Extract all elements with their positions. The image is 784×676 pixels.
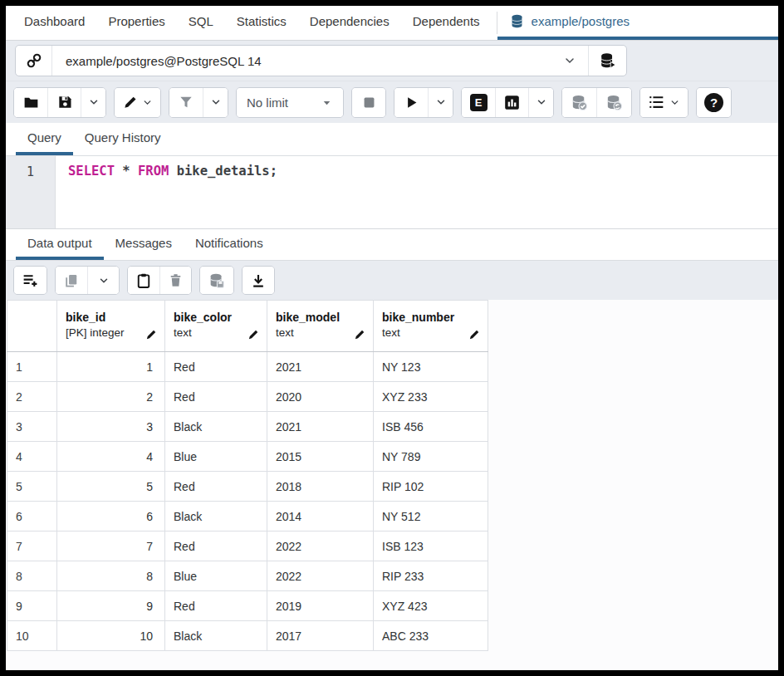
row-number-cell[interactable]: 1 xyxy=(7,352,57,382)
help-button[interactable]: ? xyxy=(697,88,731,117)
filter-options-button[interactable] xyxy=(203,88,228,117)
data-cell[interactable]: 2015 xyxy=(267,442,374,472)
data-cell[interactable]: Black xyxy=(165,621,267,651)
tab-dependencies[interactable]: Dependencies xyxy=(298,6,401,40)
tab-query-history[interactable]: Query History xyxy=(73,123,173,155)
open-file-button[interactable] xyxy=(14,88,47,117)
tab-data-output[interactable]: Data output xyxy=(16,229,104,260)
data-cell[interactable]: 2018 xyxy=(267,472,374,502)
row-number-cell[interactable]: 4 xyxy=(7,442,57,472)
data-cell[interactable]: 2017 xyxy=(267,621,374,651)
data-cell[interactable]: 1 xyxy=(57,352,165,382)
cancel-query-button[interactable] xyxy=(352,88,385,117)
tab-dependents[interactable]: Dependents xyxy=(401,6,492,40)
data-cell[interactable]: 10 xyxy=(57,621,165,651)
rollback-button[interactable] xyxy=(596,88,631,117)
sql-code-area[interactable]: SELECT * FROM bike_details; xyxy=(56,156,778,228)
tab-properties[interactable]: Properties xyxy=(96,6,176,40)
row-number-cell[interactable]: 8 xyxy=(7,561,57,591)
tab-statistics[interactable]: Statistics xyxy=(225,6,298,40)
data-cell[interactable]: 5 xyxy=(57,472,165,502)
data-cell[interactable]: 2014 xyxy=(267,502,374,531)
data-cell[interactable]: 2022 xyxy=(267,561,374,591)
data-cell[interactable]: Blue xyxy=(165,561,267,591)
data-cell[interactable]: 7 xyxy=(57,531,165,561)
tab-messages[interactable]: Messages xyxy=(104,229,184,260)
data-cell[interactable]: 3 xyxy=(57,412,165,442)
data-cell[interactable]: Black xyxy=(165,412,267,442)
data-cell[interactable]: 2020 xyxy=(267,382,374,412)
row-number-cell[interactable]: 10 xyxy=(7,621,57,651)
row-number-cell[interactable]: 2 xyxy=(7,382,57,412)
data-cell[interactable]: 4 xyxy=(57,442,165,472)
edit-column-icon[interactable] xyxy=(354,328,366,340)
data-cell[interactable]: 2021 xyxy=(267,412,374,442)
select-all-corner[interactable] xyxy=(7,301,57,352)
commit-button[interactable] xyxy=(562,88,596,117)
tab-query[interactable]: Query xyxy=(16,123,73,155)
edit-button[interactable] xyxy=(115,88,160,117)
copy-options-button[interactable] xyxy=(87,267,119,294)
column-header-bike-id[interactable]: bike_id [PK] integer xyxy=(57,301,165,352)
sql-keyword: SELECT xyxy=(68,164,115,179)
data-cell[interactable]: XYZ 423 xyxy=(374,591,488,621)
download-button[interactable] xyxy=(243,267,274,294)
row-number-cell[interactable]: 5 xyxy=(7,472,57,502)
data-cell[interactable]: Red xyxy=(165,352,267,382)
data-cell[interactable]: ISB 456 xyxy=(374,412,488,442)
execute-button[interactable] xyxy=(394,88,428,117)
explain-analyze-button[interactable] xyxy=(495,88,528,117)
save-data-button[interactable] xyxy=(200,267,233,294)
data-cell[interactable]: Black xyxy=(165,502,267,531)
data-cell[interactable]: XYZ 233 xyxy=(374,382,488,412)
data-cell[interactable]: 8 xyxy=(57,561,165,591)
data-cell[interactable]: 2022 xyxy=(267,531,374,561)
edit-column-icon[interactable] xyxy=(145,328,158,340)
data-cell[interactable]: RIP 233 xyxy=(374,561,488,591)
tab-dashboard[interactable]: Dashboard xyxy=(12,6,96,40)
data-cell[interactable]: RIP 102 xyxy=(374,472,488,502)
data-cell[interactable]: ABC 233 xyxy=(374,621,488,651)
data-cell[interactable]: 2 xyxy=(57,382,165,412)
save-options-button[interactable] xyxy=(81,88,105,117)
column-header-bike-number[interactable]: bike_number text xyxy=(374,301,488,352)
new-connection-button[interactable] xyxy=(588,46,626,76)
copy-button[interactable] xyxy=(56,267,87,294)
row-number-cell[interactable]: 7 xyxy=(7,531,57,561)
data-cell[interactable]: NY 512 xyxy=(374,502,488,531)
paste-button[interactable] xyxy=(128,267,159,294)
execute-options-button[interactable] xyxy=(428,88,453,117)
data-cell[interactable]: NY 789 xyxy=(374,442,488,472)
row-number-cell[interactable]: 6 xyxy=(7,502,57,531)
tab-notifications[interactable]: Notifications xyxy=(184,229,275,260)
delete-row-button[interactable] xyxy=(159,267,191,294)
data-cell[interactable]: Red xyxy=(165,591,267,621)
explain-button[interactable]: E xyxy=(462,88,495,117)
data-cell[interactable]: Blue xyxy=(165,442,267,472)
row-number-cell[interactable]: 3 xyxy=(7,412,57,442)
data-cell[interactable]: NY 123 xyxy=(374,352,488,382)
data-cell[interactable]: 2021 xyxy=(267,352,374,382)
tab-sql[interactable]: SQL xyxy=(177,6,225,40)
data-cell[interactable]: Red xyxy=(165,531,267,561)
data-cell[interactable]: 6 xyxy=(57,502,165,531)
data-cell[interactable]: Red xyxy=(165,472,267,502)
filter-button[interactable] xyxy=(169,88,203,117)
row-limit-select[interactable]: No limit xyxy=(237,88,343,117)
data-cell[interactable]: Red xyxy=(165,382,267,412)
add-row-button[interactable] xyxy=(14,267,47,294)
tab-query-tool[interactable]: example/postgres xyxy=(497,6,778,40)
explain-options-button[interactable] xyxy=(528,88,553,117)
row-number-cell[interactable]: 9 xyxy=(7,591,57,621)
connection-dropdown[interactable]: example/postgres@PostgreSQL 14 xyxy=(52,46,588,76)
data-cell[interactable]: 2019 xyxy=(267,591,374,621)
edit-column-icon[interactable] xyxy=(247,328,260,340)
edit-column-icon[interactable] xyxy=(468,328,481,340)
macros-button[interactable] xyxy=(640,88,688,117)
data-cell[interactable]: 9 xyxy=(57,591,165,621)
column-header-bike-model[interactable]: bike_model text xyxy=(267,301,374,352)
column-header-bike-color[interactable]: bike_color text xyxy=(165,301,267,352)
data-cell[interactable]: ISB 123 xyxy=(374,531,488,561)
connection-status-button[interactable] xyxy=(16,46,52,76)
save-button[interactable] xyxy=(47,88,81,117)
